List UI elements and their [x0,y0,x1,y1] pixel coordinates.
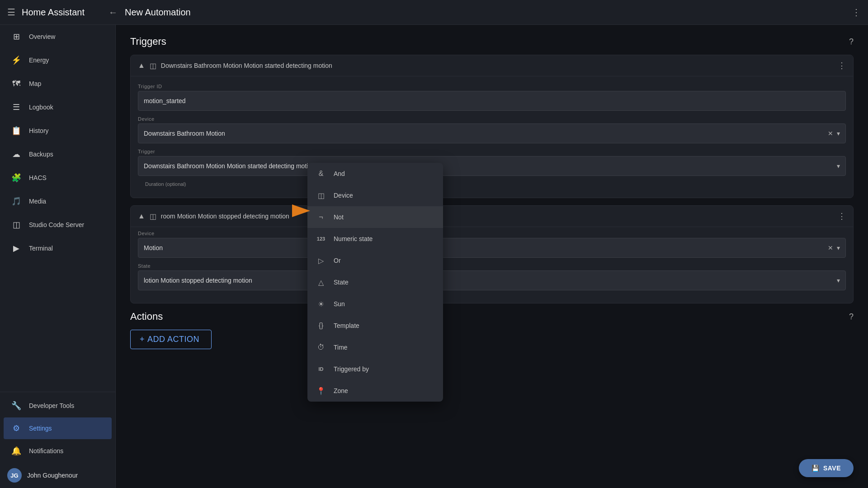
trigger-id-input[interactable]: motion_started [138,91,846,111]
save-icon: 💾 [811,464,820,472]
actions-title: Actions [130,311,163,322]
device-input[interactable]: Downstairs Bathroom Motion ✕ ▾ [138,123,846,143]
dropdown-item-zone[interactable]: 📍 Zone [307,380,443,402]
save-label: SAVE [823,464,841,472]
dropdown-item-time[interactable]: ⏱ Time [307,336,443,358]
trigger-2-collapse-button[interactable]: ▲ [138,212,145,220]
sidebar-item-map[interactable]: 🗺 Map [4,73,112,95]
dropdown-item-sun[interactable]: ☀ Sun [307,293,443,315]
add-action-button[interactable]: + ADD ACTION [130,330,212,349]
trigger-1-more-button[interactable]: ⋮ [838,61,846,71]
triggers-help-icon[interactable]: ? [849,37,854,47]
dropdown-item-numeric-state[interactable]: 123 Numeric state [307,228,443,250]
sidebar-item-notifications[interactable]: 🔔 Notifications [4,440,112,462]
menu-icon[interactable]: ☰ [7,7,15,18]
device-field: Device Downstairs Bathroom Motion ✕ ▾ [138,116,846,143]
map-icon: 🗺 [11,78,22,89]
condition-optional-label: Duration (optional) [138,181,846,190]
developer-tools-icon: 🔧 [11,400,22,411]
hacs-icon: 🧩 [11,172,22,183]
trigger-2-device-input[interactable]: Motion ✕ ▾ [138,238,846,258]
zone-icon: 📍 [315,384,327,397]
device-value: Downstairs Bathroom Motion [144,130,225,137]
logbook-icon: ☰ [11,102,22,113]
back-button[interactable]: ← [108,7,118,18]
dropdown-item-sun-label: Sun [334,300,345,308]
trigger-label-text: Trigger [138,149,846,154]
trigger-expand-icon[interactable]: ▾ [837,162,840,170]
trigger-input[interactable]: Downstairs Bathroom Motion Motion starte… [138,156,846,176]
trigger-2-more-button[interactable]: ⋮ [838,211,846,221]
dropdown-item-template[interactable]: {} Template [307,315,443,336]
app-title: Home Assistant [22,7,94,18]
trigger-card-1-body: Trigger ID motion_started Device Downsta… [131,76,853,198]
sidebar-item-overview[interactable]: ⊞ Overview [4,26,112,47]
dropdown-item-device-label: Device [334,192,353,199]
trigger-value: Downstairs Bathroom Motion Motion starte… [144,162,315,170]
energy-icon: ⚡ [11,55,22,66]
condition-type-dropdown: & And ◫ Device ¬ Not 123 Numeric state ▷… [307,163,443,402]
template-icon: {} [315,319,327,332]
dropdown-item-device[interactable]: ◫ Device [307,185,443,206]
trigger-card-1-header: ▲ ◫ Downstairs Bathroom Motion Motion st… [131,55,853,76]
sidebar-item-hacs-label: HACS [29,174,47,181]
trigger-id-field: Trigger ID motion_started [138,84,846,111]
overview-icon: ⊞ [11,31,22,42]
sidebar-item-hacs[interactable]: 🧩 HACS [4,167,112,189]
sidebar-item-logbook[interactable]: ☰ Logbook [4,96,112,118]
trigger-1-collapse-button[interactable]: ▲ [138,62,145,70]
sidebar-item-media[interactable]: 🎵 Media [4,190,112,212]
sidebar-item-developer-tools-label: Developer Tools [29,402,74,409]
sidebar-item-studio-code-server[interactable]: ◫ Studio Code Server [4,214,112,236]
device-expand-icon[interactable]: ▾ [837,130,840,137]
studio-code-icon: ◫ [11,219,22,230]
sidebar-item-energy-label: Energy [29,57,49,64]
save-button[interactable]: 💾 SAVE [799,459,854,477]
dropdown-item-or[interactable]: ▷ Or [307,250,443,271]
sidebar-item-backups-label: Backups [29,151,53,158]
trigger-2-device-clear-icon[interactable]: ✕ [828,244,833,251]
dropdown-item-and-label: And [334,170,345,177]
trigger-1-label: Downstairs Bathroom Motion Motion starte… [161,62,838,69]
device-label: Device [138,116,846,122]
dropdown-item-and[interactable]: & And [307,163,443,185]
sidebar-item-energy[interactable]: ⚡ Energy [4,49,112,71]
top-header: ☰ Home Assistant ← New Automation ⋮ [0,0,868,25]
trigger-2-device-expand-icon[interactable]: ▾ [837,244,840,251]
actions-help-icon[interactable]: ? [849,312,854,322]
avatar: JG [7,468,22,483]
layout: ⊞ Overview ⚡ Energy 🗺 Map ☰ Logbook 📋 Hi… [0,25,868,488]
sidebar-item-history[interactable]: 📋 History [4,120,112,142]
sidebar-item-developer-tools[interactable]: 🔧 Developer Tools [4,395,112,417]
triggers-title: Triggers [130,36,166,47]
settings-icon: ⚙ [11,423,22,434]
dropdown-item-state[interactable]: △ State [307,271,443,293]
sidebar-item-terminal[interactable]: ▶ Terminal [4,237,112,259]
trigger-2-state-expand-icon[interactable]: ▾ [837,277,840,284]
trigger-2-device-field: Device Motion ✕ ▾ [138,231,846,258]
trigger-2-state-input[interactable]: lotion Motion stopped detecting motion ▾ [138,270,846,290]
sidebar-item-backups[interactable]: ☁ Backups [4,143,112,165]
device-clear-icon[interactable]: ✕ [828,130,833,137]
backups-icon: ☁ [11,149,22,160]
sidebar-item-settings[interactable]: ⚙ Settings [4,417,112,439]
user-name: John Goughenour [27,472,78,479]
sidebar-item-media-label: Media [29,198,46,205]
sidebar-item-overview-label: Overview [29,33,55,40]
sidebar-item-logbook-label: Logbook [29,104,53,111]
trigger-card-2-body: Device Motion ✕ ▾ State lotion Motion st… [131,227,853,303]
dropdown-item-triggered-by[interactable]: ID Triggered by [307,358,443,380]
time-icon: ⏱ [315,341,327,354]
page-title: New Automation [125,7,852,18]
dropdown-item-not[interactable]: ¬ Not [307,206,443,228]
triggers-section-header: Triggers ? [130,36,854,47]
arrow-pointer [292,203,319,219]
trigger-card-1: ▲ ◫ Downstairs Bathroom Motion Motion st… [130,55,854,198]
actions-section: Actions ? + ADD ACTION [130,311,854,349]
more-options-icon[interactable]: ⋮ [852,7,861,18]
sidebar-item-settings-label: Settings [29,425,52,432]
sidebar-item-studio-label: Studio Code Server [29,221,84,228]
add-action-plus-icon: + [140,335,145,344]
sidebar-user[interactable]: JG John Goughenour [0,463,115,488]
sidebar-notifications-label: Notifications [29,447,63,455]
